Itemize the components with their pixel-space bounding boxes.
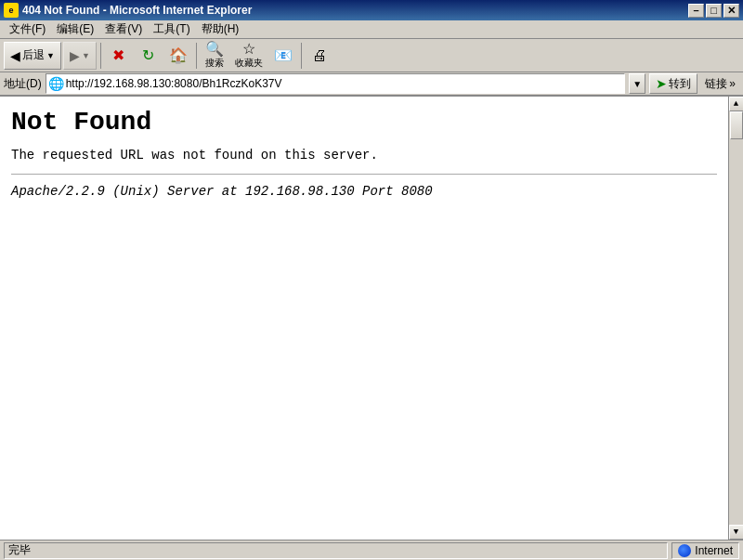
go-label: 转到: [669, 76, 691, 92]
minimize-button[interactable]: –: [688, 4, 704, 18]
page-divider: [11, 174, 717, 175]
menu-help[interactable]: 帮助(H): [196, 20, 245, 39]
menu-tools[interactable]: 工具(T): [148, 20, 195, 39]
back-arrow-icon: ◀: [10, 48, 20, 63]
home-icon: 🏠: [169, 48, 188, 63]
scrollbar: ▲ ▼: [728, 97, 743, 540]
forward-button[interactable]: ▶ ▼: [63, 42, 97, 70]
search-icon: 🔍: [205, 42, 224, 57]
stop-icon: ✖: [112, 48, 124, 63]
page-icon: 🌐: [48, 76, 64, 91]
back-button[interactable]: ◀ 后退 ▼: [4, 42, 61, 70]
menu-file[interactable]: 文件(F): [4, 20, 51, 39]
window-controls: – □ ✕: [688, 4, 739, 18]
toolbar-separator-1: [100, 43, 101, 69]
links-button[interactable]: 链接 »: [701, 74, 739, 94]
forward-dropdown-icon: ▼: [82, 51, 90, 60]
back-label: 后退: [22, 47, 45, 63]
home-button[interactable]: 🏠: [164, 41, 192, 71]
status-text: 完毕: [4, 542, 668, 559]
menu-edit[interactable]: 编辑(E): [51, 20, 99, 39]
address-input-wrap: 🌐: [46, 73, 626, 94]
go-button[interactable]: ➤ 转到: [649, 73, 697, 94]
address-bar: 地址(D) 🌐 ▼ ➤ 转到 链接 »: [0, 72, 743, 97]
back-dropdown-icon: ▼: [46, 51, 55, 60]
page-heading: Not Found: [11, 108, 717, 137]
go-arrow-icon: ➤: [656, 76, 667, 91]
media-icon: 📧: [274, 48, 293, 63]
internet-icon: [678, 544, 691, 557]
favorites-button[interactable]: ☆ 收藏夹: [230, 41, 267, 71]
title-bar: e 404 Not Found - Microsoft Internet Exp…: [0, 0, 743, 20]
toolbar-separator-2: [196, 43, 197, 69]
page-footer: Apache/2.2.9 (Unix) Server at 192.168.98…: [11, 184, 717, 199]
favorites-icon: ☆: [242, 42, 255, 57]
print-button[interactable]: 🖨: [306, 41, 333, 71]
scroll-thumb[interactable]: [730, 111, 743, 139]
status-message: 完毕: [8, 542, 31, 558]
scroll-up-button[interactable]: ▲: [729, 97, 744, 111]
toolbar-separator-3: [301, 43, 302, 69]
address-dropdown-button[interactable]: ▼: [629, 73, 645, 94]
search-label: 搜索: [205, 57, 224, 70]
maximize-button[interactable]: □: [706, 4, 722, 18]
links-chevron-icon: »: [729, 77, 736, 90]
menu-view[interactable]: 查看(V): [99, 20, 148, 39]
scroll-track[interactable]: [729, 111, 744, 525]
scroll-down-button[interactable]: ▼: [729, 525, 744, 540]
toolbar: ◀ 后退 ▼ ▶ ▼ ✖ ↻ 🏠 🔍 搜索 ☆ 收藏夹 📧 🖨: [0, 39, 743, 72]
page-message: The requested URL was not found on this …: [11, 148, 717, 163]
zone-label: Internet: [695, 544, 733, 557]
links-label: 链接: [705, 76, 727, 92]
status-zone: Internet: [671, 542, 739, 559]
menu-bar: 文件(F) 编辑(E) 查看(V) 工具(T) 帮助(H): [0, 20, 743, 39]
search-button[interactable]: 🔍 搜索: [201, 41, 228, 71]
address-label: 地址(D): [4, 76, 42, 92]
refresh-icon: ↻: [142, 48, 154, 63]
content-wrapper: Not Found The requested URL was not foun…: [0, 97, 743, 540]
favorites-label: 收藏夹: [235, 57, 263, 70]
app-icon: e: [4, 3, 19, 18]
print-icon: 🖨: [312, 48, 327, 63]
content-area: Not Found The requested URL was not foun…: [0, 97, 728, 540]
address-input[interactable]: [66, 77, 623, 90]
window-title: 404 Not Found - Microsoft Internet Explo…: [22, 4, 252, 17]
stop-button[interactable]: ✖: [105, 41, 133, 71]
forward-arrow-icon: ▶: [70, 48, 80, 63]
refresh-button[interactable]: ↻: [135, 41, 163, 71]
close-button[interactable]: ✕: [723, 4, 739, 18]
status-bar: 完毕 Internet: [0, 540, 743, 560]
media-button[interactable]: 📧: [269, 41, 297, 71]
